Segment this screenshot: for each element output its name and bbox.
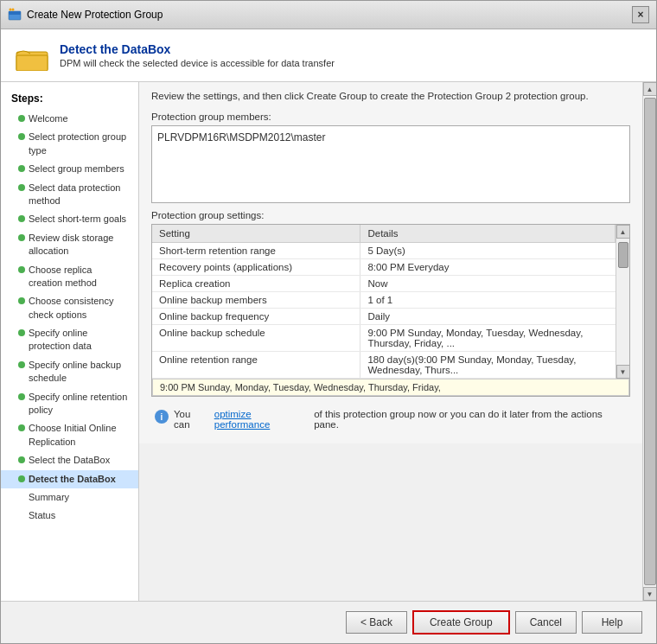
sidebar-item-label: Specify online retention policy <box>29 391 128 418</box>
sidebar-item-label: Summary <box>18 491 69 504</box>
table-scrollbar[interactable]: ▲ ▼ <box>616 225 629 379</box>
setting-value: Daily <box>360 309 616 325</box>
sidebar-item-short-term-goals[interactable]: Select short-term goals <box>1 210 138 228</box>
dot-icon <box>18 393 25 400</box>
setting-value: 5 Day(s) <box>360 243 616 259</box>
sidebar-item-summary[interactable]: Summary <box>1 488 138 507</box>
sidebar-item-label: Detect the DataBox <box>29 473 116 486</box>
content-with-scroll: Review the settings, and then click Crea… <box>139 82 656 601</box>
setting-value: Now <box>360 276 616 292</box>
sidebar: Steps: Welcome Select protection group t… <box>1 82 139 601</box>
title-bar-text: Create New Protection Group <box>27 9 163 21</box>
dot-icon <box>18 115 25 122</box>
outer-scroll-down-button[interactable]: ▼ <box>643 587 657 601</box>
sidebar-heading: Steps: <box>1 89 138 110</box>
sidebar-item-welcome[interactable]: Welcome <box>1 110 138 128</box>
outer-scroll-up-button[interactable]: ▲ <box>643 82 657 96</box>
info-row: i You can optimize performance of this p… <box>151 404 630 435</box>
sidebar-item-initial-online[interactable]: Choose Initial Online Replication <box>1 419 138 451</box>
info-icon: i <box>155 410 169 424</box>
sidebar-item-consistency-check[interactable]: Choose consistency check options <box>1 292 138 324</box>
sidebar-item-label: Review disk storage allocation <box>29 232 128 258</box>
content-area: Review the settings, and then click Crea… <box>139 82 642 443</box>
sidebar-item-label: Select the DataBox <box>29 454 110 467</box>
sidebar-item-label: Welcome <box>29 112 68 125</box>
members-box: PLRVDPM16R\MSDPM2012\master <box>151 125 630 203</box>
setting-value: 9:00 PM Sunday, Monday, Tuesday, Wednesd… <box>360 325 616 352</box>
dot-icon <box>18 456 25 463</box>
outer-scroll-thumb[interactable] <box>644 98 656 585</box>
table-row: Short-term retention range 5 Day(s) <box>152 243 616 259</box>
sidebar-item-select-databox[interactable]: Select the DataBox <box>1 451 138 469</box>
sidebar-item-label: Specify online backup schedule <box>29 359 128 386</box>
sidebar-item-online-backup-schedule[interactable]: Specify online backup schedule <box>1 356 138 388</box>
svg-rect-1 <box>9 11 21 15</box>
sidebar-item-label: Select protection group type <box>29 131 128 157</box>
dot-icon <box>18 361 25 368</box>
header-section: Detect the DataBox DPM will check the se… <box>1 29 656 82</box>
sidebar-item-detect-databox[interactable]: Detect the DataBox <box>1 470 138 488</box>
svg-point-3 <box>12 9 15 11</box>
scroll-thumb[interactable] <box>618 242 628 268</box>
setting-value: 1 of 1 <box>360 292 616 309</box>
outer-scrollbar[interactable]: ▲ ▼ <box>642 82 656 601</box>
dot-current-icon <box>18 475 25 482</box>
setting-value: 180 day(s)(9:00 PM Sunday, Monday, Tuesd… <box>360 352 616 379</box>
svg-point-2 <box>10 9 12 11</box>
dot-icon <box>18 215 25 222</box>
info-text-prefix: You can <box>174 409 209 430</box>
sidebar-item-label: Select group members <box>29 163 124 175</box>
create-group-button[interactable]: Create Group <box>412 610 510 634</box>
sidebar-item-label: Select data protection method <box>29 182 128 208</box>
dot-icon <box>18 133 25 140</box>
sidebar-item-data-protection[interactable]: Select data protection method <box>1 179 138 211</box>
info-text-suffix: of this protection group now or you can … <box>314 409 627 430</box>
settings-table: Setting Details Short-term retention ran… <box>152 225 616 379</box>
table-row: Online backup members 1 of 1 <box>152 292 616 309</box>
sidebar-item-protection-group-type[interactable]: Select protection group type <box>1 128 138 160</box>
setting-name: Recovery points (applications) <box>152 259 360 276</box>
optimize-link[interactable]: optimize performance <box>214 409 309 430</box>
sidebar-item-online-retention[interactable]: Specify online retention policy <box>1 388 138 420</box>
sidebar-item-label: Choose consistency check options <box>29 295 128 322</box>
setting-name: Online backup schedule <box>152 325 360 352</box>
table-row: Online backup frequency Daily <box>152 309 616 325</box>
setting-value: 8:00 PM Everyday <box>360 259 616 276</box>
scroll-down-button[interactable]: ▼ <box>616 365 630 379</box>
sidebar-item-label: Select short-term goals <box>29 213 126 226</box>
dot-icon <box>18 184 25 191</box>
members-value: PLRVDPM16R\MSDPM2012\master <box>157 131 326 143</box>
close-button[interactable]: × <box>632 6 649 23</box>
col-details: Details <box>360 225 616 243</box>
dot-icon <box>18 297 25 304</box>
sidebar-item-online-protection[interactable]: Specify online protection data <box>1 324 138 356</box>
sidebar-item-status[interactable]: Status <box>1 507 138 525</box>
dot-icon <box>18 266 25 273</box>
window-icon <box>8 8 22 22</box>
setting-name: Online backup frequency <box>152 309 360 325</box>
header-subtitle: DPM will check the selected device is ac… <box>60 58 335 68</box>
col-setting: Setting <box>152 225 360 243</box>
main-window: Create New Protection Group × Detect the… <box>0 0 657 644</box>
members-section: Protection group members: PLRVDPM16R\MSD… <box>151 112 630 203</box>
footer: < Back Create Group Cancel Help <box>1 601 656 643</box>
dot-icon <box>18 329 25 336</box>
sidebar-item-disk-storage[interactable]: Review disk storage allocation <box>1 229 138 261</box>
title-bar: Create New Protection Group × <box>1 1 656 29</box>
cancel-button[interactable]: Cancel <box>515 611 577 634</box>
sidebar-item-replica-creation[interactable]: Choose replica creation method <box>1 261 138 293</box>
instruction-text: Review the settings, and then click Crea… <box>151 91 630 101</box>
main-content: Steps: Welcome Select protection group t… <box>1 82 656 601</box>
setting-name: Short-term retention range <box>152 243 360 259</box>
setting-name: Online backup members <box>152 292 360 309</box>
dot-icon <box>18 234 25 241</box>
scroll-up-button[interactable]: ▲ <box>616 225 630 239</box>
sidebar-item-label: Specify online protection data <box>29 327 128 354</box>
settings-section: Protection group settings: Setting Detai… <box>151 210 630 397</box>
setting-name: Replica creation <box>152 276 360 292</box>
svg-rect-5 <box>16 55 48 71</box>
help-button[interactable]: Help <box>582 611 642 634</box>
back-button[interactable]: < Back <box>346 611 407 634</box>
table-row: Online backup schedule 9:00 PM Sunday, M… <box>152 325 616 352</box>
sidebar-item-group-members[interactable]: Select group members <box>1 160 138 178</box>
